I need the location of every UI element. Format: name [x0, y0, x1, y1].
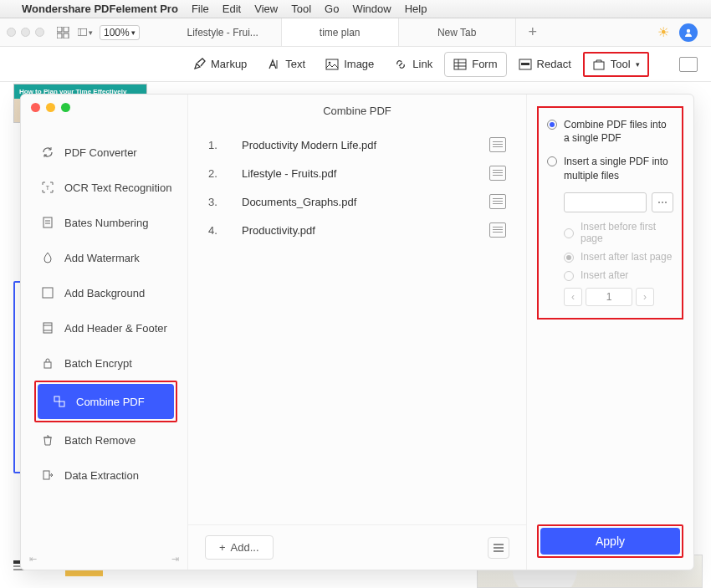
- new-tab-button[interactable]: +: [516, 18, 550, 46]
- zoom-select[interactable]: 100%▾: [100, 25, 140, 40]
- option-combine[interactable]: Combine PDF files into a single PDF: [547, 118, 673, 145]
- form-button[interactable]: Form: [444, 52, 506, 77]
- window-minimize-icon[interactable]: [21, 28, 30, 37]
- tab-2[interactable]: New Tab: [399, 18, 516, 46]
- sheet-close-icon[interactable]: [31, 103, 40, 112]
- menu-view[interactable]: View: [254, 3, 278, 15]
- collapse-left-icon[interactable]: ⇤: [29, 554, 37, 565]
- svg-rect-26: [54, 396, 59, 401]
- radio-combine[interactable]: [547, 120, 557, 130]
- menu-tool[interactable]: Tool: [291, 3, 311, 15]
- app-name[interactable]: Wondershare PDFelement Pro: [22, 3, 178, 15]
- tool-icon: [592, 58, 606, 71]
- step-next-button[interactable]: ›: [636, 288, 654, 306]
- grid-view-icon[interactable]: [56, 26, 71, 39]
- text-icon: [267, 58, 280, 71]
- redact-button[interactable]: Redact: [510, 53, 580, 76]
- file-row[interactable]: 1.Productivity Modern Life.pdf: [205, 130, 509, 159]
- svg-text:T: T: [46, 185, 50, 191]
- apply-button[interactable]: Apply: [540, 528, 680, 555]
- bates-icon: [41, 216, 54, 229]
- page-range-icon[interactable]: [489, 166, 506, 181]
- header-footer-icon: [41, 321, 54, 335]
- radio-before[interactable]: [564, 228, 574, 238]
- svg-rect-27: [59, 401, 64, 406]
- link-button[interactable]: Link: [386, 53, 441, 76]
- radio-insert[interactable]: [547, 156, 557, 166]
- browse-button[interactable]: ⋯: [652, 192, 673, 212]
- window-close-icon[interactable]: [7, 28, 16, 37]
- sidebar-item-header-footer[interactable]: Add Header & Footer: [21, 310, 187, 345]
- tool-dropdown-button[interactable]: Tool▾: [583, 52, 649, 77]
- add-label: Add...: [231, 541, 259, 554]
- sidebar-item-combine-pdf[interactable]: Combine PDF: [38, 384, 174, 419]
- file-name: Documents_Graphs.pdf: [242, 196, 489, 208]
- add-file-button[interactable]: +Add...: [205, 535, 274, 560]
- insert-file-input[interactable]: [564, 192, 647, 212]
- sheet-zoom-icon[interactable]: [61, 103, 70, 112]
- image-icon: [325, 58, 339, 71]
- svg-rect-25: [44, 362, 51, 368]
- svg-rect-22: [43, 323, 52, 333]
- sidebar-label: Combine PDF: [76, 396, 145, 408]
- sheet-minimize-icon[interactable]: [46, 103, 55, 112]
- file-row[interactable]: 3.Documents_Graphs.pdf: [205, 187, 509, 216]
- markup-icon: [192, 58, 206, 71]
- menu-help[interactable]: Help: [405, 3, 427, 15]
- sub-option-after-last[interactable]: Insert after last page: [564, 251, 673, 263]
- sidebar-item-ocr[interactable]: TOCR Text Recognition: [21, 170, 187, 205]
- file-row[interactable]: 2.Lifestyle - Fruits.pdf: [205, 159, 509, 187]
- menu-file[interactable]: File: [192, 3, 209, 15]
- window-zoom-icon[interactable]: [35, 28, 44, 37]
- file-row[interactable]: 4.Productivity.pdf: [205, 216, 509, 244]
- page-range-icon[interactable]: [489, 137, 506, 152]
- sub-option-before[interactable]: Insert before first page: [564, 221, 673, 244]
- tab-0[interactable]: Lifestyle - Frui...: [165, 18, 282, 46]
- list-menu-button[interactable]: [488, 537, 509, 559]
- panel-toggle-icon[interactable]: [679, 57, 698, 72]
- sidebar-item-batch-remove[interactable]: Batch Remove: [21, 422, 187, 458]
- menu-edit[interactable]: Edit: [223, 3, 241, 15]
- sidebar-item-batch-encrypt[interactable]: Batch Encrypt: [21, 345, 187, 381]
- svg-rect-3: [64, 33, 69, 38]
- tips-icon[interactable]: ☀: [657, 24, 669, 40]
- sidebar-item-background[interactable]: Add Background: [21, 275, 187, 310]
- redact-label: Redact: [537, 58, 571, 70]
- image-button[interactable]: Image: [317, 53, 382, 76]
- mac-menubar: Wondershare PDFelement Pro File Edit Vie…: [0, 0, 711, 18]
- sidebar-item-data-extraction[interactable]: Data Extraction: [21, 458, 187, 493]
- form-icon: [453, 58, 467, 71]
- redact-icon: [519, 58, 532, 71]
- sidebar-item-watermark[interactable]: Add Watermark: [21, 240, 187, 275]
- menu-window[interactable]: Window: [352, 3, 391, 15]
- text-button[interactable]: Text: [258, 53, 314, 76]
- radio-after-last[interactable]: [564, 253, 574, 263]
- page-number-input[interactable]: [586, 288, 632, 306]
- radio-after[interactable]: [564, 271, 574, 281]
- page-range-icon[interactable]: [489, 222, 506, 238]
- sidebar-item-combine-highlight: Combine PDF: [34, 381, 177, 422]
- tab-0-label: Lifestyle - Frui...: [187, 27, 258, 38]
- file-num: 4.: [208, 224, 242, 237]
- sheet-footer: +Add...: [188, 524, 526, 570]
- sheet-options-panel: Combine PDF files into a single PDF Inse…: [526, 95, 693, 570]
- sidebar-item-pdf-converter[interactable]: PDF Converter: [21, 135, 187, 170]
- collapse-right-icon[interactable]: ⇥: [171, 554, 179, 565]
- image-label: Image: [344, 58, 374, 70]
- step-prev-button[interactable]: ‹: [564, 288, 582, 306]
- chevron-down-icon: ▾: [131, 28, 136, 37]
- user-avatar[interactable]: [679, 23, 698, 42]
- menu-go[interactable]: Go: [325, 3, 339, 15]
- tab-1[interactable]: time plan: [282, 18, 399, 46]
- svg-point-9: [329, 61, 331, 64]
- sheet-content: Combine PDF 1.Productivity Modern Life.p…: [188, 95, 526, 570]
- sidebar-item-bates[interactable]: Bates Numbering: [21, 205, 187, 240]
- apply-highlight: Apply: [537, 524, 683, 558]
- sidebar-label: Add Background: [64, 287, 145, 299]
- topbar-right: ☀: [657, 23, 704, 42]
- sub-option-after[interactable]: Insert after: [564, 269, 673, 281]
- sidebar-view-icon[interactable]: ▾: [78, 26, 93, 39]
- option-insert[interactable]: Insert a single PDF into multiple files: [547, 155, 673, 182]
- page-range-icon[interactable]: [489, 194, 506, 209]
- markup-button[interactable]: Markup: [184, 53, 255, 76]
